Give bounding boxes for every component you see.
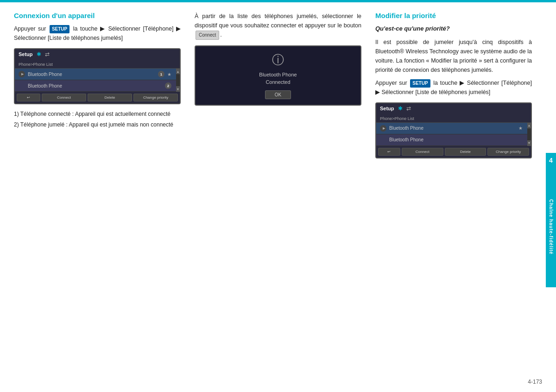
page-number: 4-173 [528,379,542,385]
badge-2: 2 [165,82,171,89]
chapter-num-text: 4 [549,157,553,164]
star-1: ★ [167,72,171,77]
side-tab-text: Chaîne haute-fidélité [549,199,554,254]
btn-change-3[interactable]: Change priority [487,148,529,156]
middle-para1-end: . [220,32,221,38]
arrow-icon-1: ⇄ [45,51,50,57]
right-column: Modifier la priorité Qu'est-ce qu'une pr… [375,12,542,383]
btn-connect-1[interactable]: Connect [42,94,86,101]
screen3-header: Setup ✱ ⇄ [376,103,531,114]
screen2-line1: Bluetooth Phone [259,72,297,77]
note1: 1) Téléphone connecté : Appareil qui est… [14,110,181,119]
left-section-title: Connexion d'un appareil [14,12,181,19]
right-para1: Il est possible de jumeler jusqu'à cinq … [375,38,532,75]
screen3-rows: ▶ Bluetooth Phone ★ ▶ Bluetooth Phone ▲ … [376,123,531,146]
screen1-row1-text: Bluetooth Phone [28,72,155,77]
screen3-row2: ▶ Bluetooth Phone [376,134,531,146]
left-column: Connexion d'un appareil Appuyer sur SETU… [14,12,181,383]
screen3-subheader: Phone>Phone List [376,114,531,123]
right-section-title: Modifier la priorité [375,12,532,19]
right-para2-before: Appuyer sur [375,80,409,86]
btn-change-1[interactable]: Change priority [133,94,178,101]
right-subtitle: Qu'est-ce qu'une priorité? [375,24,532,34]
screen3-subtitle: Phone>Phone List [380,116,414,121]
screen1-row1: ▶ Bluetooth Phone 1 ★ [15,69,180,80]
screen3-title: Setup [380,106,394,111]
middle-para1: À partir de la liste des téléphones jume… [195,12,361,40]
right-col-inner: Modifier la priorité Qu'est-ce qu'une pr… [375,12,542,158]
play-btn-3: ▶ [380,125,386,132]
screen1-row2: ▶ Bluetooth Phone 2 [15,80,180,92]
scroll-up-1[interactable]: ▲ [176,69,180,74]
screen1-rows: ▶ Bluetooth Phone 1 ★ ▶ Bluetooth Phone … [15,69,180,92]
screen1-header: Setup ✱ ⇄ [15,49,180,59]
screen3-row2-text: Bluetooth Phone [389,137,523,142]
screen1-subheader: Phone>Phone List [15,59,180,69]
setup-badge-left: SETUP [50,25,70,33]
screen3-row1: ▶ Bluetooth Phone ★ [376,123,531,134]
info-icon: ⓘ [272,52,284,68]
screen1-subtitle: Phone>Phone List [19,62,53,67]
screen1-title: Setup [19,51,33,57]
btn-connect-3[interactable]: Connect [402,148,443,156]
star-3: ★ [518,126,523,131]
note2: 2) Téléphone jumelé : Appareil qui est j… [14,120,181,129]
middle-column: À partir de la liste des téléphones jume… [195,12,361,383]
right-para2: Appuyer sur SETUP la touche ▶ Sélectionn… [375,78,532,97]
btn-back-3[interactable]: ↩ [378,148,400,156]
bt-icon-3: ✱ [398,105,403,112]
badge-1: 1 [158,71,164,77]
screen3-row1-text: Bluetooth Phone [389,126,516,131]
btn-back-1[interactable]: ↩ [17,94,40,101]
screen1-footer: ↩ Connect Delete Change priority [15,92,180,103]
scrollbar-3: ▲ ▼ [527,123,531,146]
page-content: Connexion d'un appareil Appuyer sur SETU… [0,2,556,392]
screen2-line2: Connected [265,79,290,85]
screen-mockup-1: Setup ✱ ⇄ Phone>Phone List ▶ Bluetooth P… [14,48,181,104]
play-icon-1: ▶ [21,72,24,76]
scroll-up-3[interactable]: ▲ [527,123,531,128]
middle-para1-text: À partir de la liste des téléphones jume… [195,13,361,29]
btn-delete-1[interactable]: Delete [88,94,132,101]
left-para1-before: Appuyer sur [14,25,49,32]
btn-delete-3[interactable]: Delete [445,148,486,156]
screen-mockup-2: ⓘ Bluetooth Phone Connected OK [195,45,361,106]
side-tab-label: Chaîne haute-fidélité [546,167,556,287]
chapter-number: 4 [546,153,556,168]
play-btn-1: ▶ [19,71,25,77]
bt-icon-1: ✱ [37,51,41,57]
screen3-footer: ↩ Connect Delete Change priority [376,146,531,158]
connect-badge: Connect [196,31,219,40]
ok-btn[interactable]: OK [265,90,291,99]
play-icon-3: ▶ [383,126,385,130]
scrollbar-1: ▲ ▼ [176,69,180,92]
screen-mockup-3: Setup ✱ ⇄ Phone>Phone List ▶ Bluetooth P… [375,102,532,158]
setup-badge-right: SETUP [410,79,430,88]
scroll-down-3[interactable]: ▼ [527,140,531,146]
screen1-row2-text: Bluetooth Phone [28,83,162,89]
arrow-icon-3: ⇄ [406,105,411,112]
scroll-down-1[interactable]: ▼ [176,86,180,92]
left-para1: Appuyer sur SETUP la touche ▶ Sélectionn… [14,24,181,43]
